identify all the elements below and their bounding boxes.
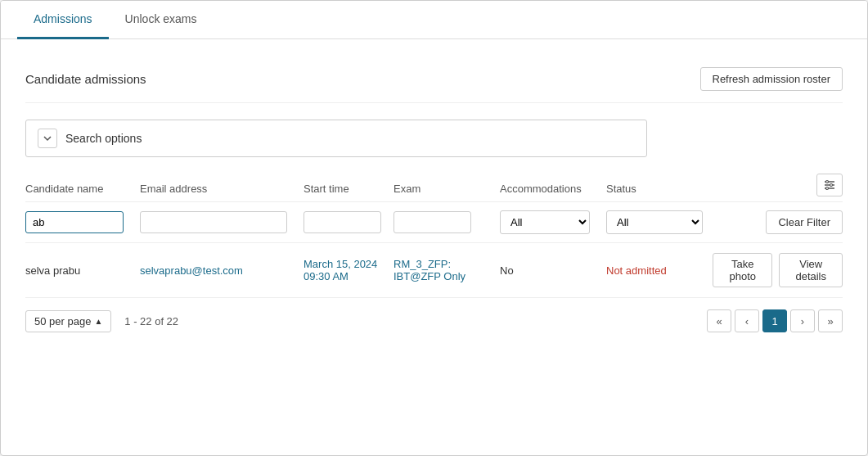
pagination-current-button[interactable]: 1 bbox=[762, 309, 787, 332]
col-header-accommodations: Accommodations bbox=[500, 183, 606, 196]
cell-start-time: March 15, 2024 09:30 AM bbox=[304, 258, 394, 282]
clear-filter-button[interactable]: Clear Filter bbox=[766, 210, 843, 234]
pagination-next-button[interactable]: › bbox=[790, 309, 815, 332]
records-count: 1 - 22 of 22 bbox=[124, 315, 178, 327]
svg-point-3 bbox=[826, 181, 829, 183]
refresh-roster-button[interactable]: Refresh admission roster bbox=[700, 67, 843, 91]
col-header-candidate-name: Candidate name bbox=[25, 183, 140, 196]
tab-unlock-exams[interactable]: Unlock exams bbox=[109, 1, 214, 39]
col-header-start-time: Start time bbox=[304, 183, 394, 196]
section-title: Candidate admissions bbox=[25, 72, 146, 86]
filter-actions: Clear Filter bbox=[713, 210, 843, 234]
per-page-button[interactable]: 50 per page ▲ bbox=[25, 310, 111, 332]
cell-accommodations: No bbox=[500, 264, 606, 277]
email-input[interactable] bbox=[140, 211, 287, 233]
per-page-area: 50 per page ▲ 1 - 22 of 22 bbox=[25, 310, 178, 332]
pagination-last-button[interactable]: » bbox=[818, 309, 843, 332]
candidates-table: Candidate name Email address Start time … bbox=[25, 174, 843, 332]
table-footer: 50 per page ▲ 1 - 22 of 22 « ‹ 1 › » bbox=[25, 298, 843, 332]
search-options-label: Search options bbox=[65, 132, 142, 145]
pagination-prev-button[interactable]: ‹ bbox=[735, 309, 759, 332]
svg-point-4 bbox=[830, 184, 833, 187]
col-header-actions bbox=[713, 174, 843, 196]
tab-admissions[interactable]: Admissions bbox=[17, 1, 109, 39]
pagination-first-button[interactable]: « bbox=[707, 309, 731, 332]
per-page-label: 50 per page bbox=[34, 315, 91, 327]
cell-candidate-name: selva prabu bbox=[25, 264, 140, 277]
filter-status: All Admitted Not admitted bbox=[606, 210, 713, 234]
table-header-row: Candidate name Email address Start time … bbox=[25, 174, 843, 202]
pagination: « ‹ 1 › » bbox=[707, 309, 843, 332]
cell-email: selvaprabu@test.com bbox=[140, 264, 304, 277]
filter-accommodations: All Yes No bbox=[500, 210, 606, 234]
section-header: Candidate admissions Refresh admission r… bbox=[25, 56, 843, 103]
row-actions: Take photo View details bbox=[713, 253, 843, 287]
search-options-chevron-icon bbox=[38, 129, 57, 148]
per-page-arrow-icon: ▲ bbox=[94, 317, 102, 326]
filter-row: All Yes No All Admitted Not admitted Cle… bbox=[25, 202, 843, 243]
filter-exam bbox=[394, 211, 500, 233]
col-header-status: Status bbox=[606, 183, 713, 196]
accommodations-select[interactable]: All Yes No bbox=[500, 210, 590, 234]
main-content: Candidate admissions Refresh admission r… bbox=[1, 39, 867, 349]
filter-start-time bbox=[304, 211, 394, 233]
tab-bar: Admissions Unlock exams bbox=[1, 1, 867, 39]
exam-input[interactable] bbox=[394, 211, 471, 233]
col-header-email: Email address bbox=[140, 183, 304, 196]
filter-email bbox=[140, 211, 304, 233]
status-select[interactable]: All Admitted Not admitted bbox=[606, 210, 703, 234]
svg-point-5 bbox=[826, 187, 829, 190]
col-header-exam: Exam bbox=[394, 183, 500, 196]
search-options-bar[interactable]: Search options bbox=[25, 120, 647, 157]
view-details-button[interactable]: View details bbox=[779, 253, 843, 287]
column-options-button[interactable] bbox=[816, 174, 843, 196]
cell-exam: RM_3_ZFP: IBT@ZFP Only bbox=[394, 258, 500, 282]
cell-status: Not admitted bbox=[606, 264, 713, 277]
take-photo-button[interactable]: Take photo bbox=[713, 253, 772, 287]
filter-candidate-name bbox=[25, 211, 140, 233]
start-time-input[interactable] bbox=[304, 211, 381, 233]
table-row: selva prabu selvaprabu@test.com March 15… bbox=[25, 243, 843, 298]
candidate-name-input[interactable] bbox=[25, 211, 124, 233]
